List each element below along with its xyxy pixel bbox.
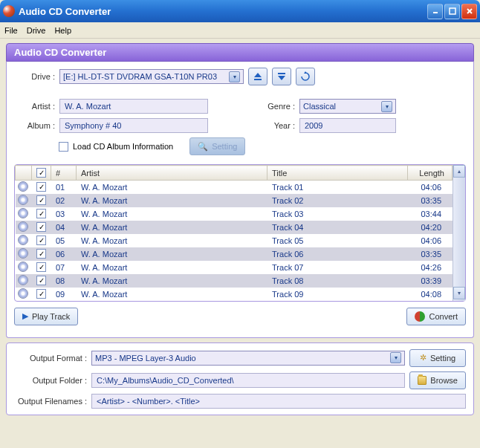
genre-label: Genre : (262, 102, 295, 111)
row-checkbox[interactable]: ✓ (36, 209, 46, 218)
table-row[interactable]: ✓07W. A. MozartTrack 0704:26 (16, 261, 453, 274)
col-num[interactable]: # (51, 166, 77, 181)
row-title: Track 03 (267, 207, 408, 221)
album-label: Album : (14, 121, 55, 130)
row-title: Track 02 (267, 194, 408, 207)
col-title[interactable]: Title (267, 166, 408, 181)
row-title: Track 06 (267, 247, 408, 261)
table-row[interactable]: ✓03W. A. MozartTrack 0303:44 (16, 207, 453, 221)
cd-icon (16, 221, 32, 234)
maximize-button[interactable] (444, 4, 460, 19)
album-field[interactable]: Symphony # 40 (59, 118, 208, 133)
album-setting-button[interactable]: 🔍 Setting (189, 137, 245, 155)
row-title: Track 01 (267, 181, 408, 194)
row-length: 04:26 (408, 261, 453, 274)
row-num: 08 (51, 274, 77, 288)
load-cd-label: Load CD Album Information (73, 142, 173, 151)
check-all[interactable]: ✓ (36, 168, 46, 178)
browse-button[interactable]: Browse (409, 371, 466, 389)
cd-icon (16, 247, 32, 261)
table-row[interactable]: ✓06W. A. MozartTrack 0603:35 (16, 247, 453, 261)
row-title: Track 05 (267, 234, 408, 247)
col-icon[interactable] (16, 166, 32, 181)
output-format-select[interactable]: MP3 - MPEG Layer-3 Audio ▾ (91, 351, 405, 366)
row-num: 02 (51, 194, 77, 207)
row-length: 04:20 (408, 221, 453, 234)
row-checkbox[interactable]: ✓ (36, 182, 46, 192)
artist-field[interactable]: W. A. Mozart (59, 99, 208, 114)
table-row[interactable]: ✓04W. A. MozartTrack 0404:20 (16, 221, 453, 234)
section-header: Audio CD Converter (6, 43, 474, 62)
chevron-down-icon: ▾ (381, 101, 392, 112)
output-setting-button[interactable]: ✲ Setting (409, 349, 466, 367)
play-track-button[interactable]: ▶ Play Track (14, 308, 78, 325)
row-checkbox[interactable]: ✓ (36, 249, 46, 259)
menu-file[interactable]: File (4, 26, 18, 35)
year-field[interactable]: 2009 (299, 118, 396, 133)
svg-rect-4 (254, 79, 262, 80)
output-folder-field[interactable]: C:\My_Albums\Audio_CD_Converted\ (91, 373, 405, 388)
chevron-down-icon: ▾ (229, 71, 240, 82)
output-format-value: MP3 - MPEG Layer-3 Audio (95, 354, 196, 363)
row-checkbox[interactable]: ✓ (36, 195, 46, 205)
col-check[interactable]: ✓ (32, 166, 51, 181)
row-checkbox[interactable]: ✓ (36, 236, 46, 245)
scroll-up-icon[interactable]: ▴ (453, 165, 465, 178)
menu-drive[interactable]: Drive (27, 26, 46, 35)
cd-icon (16, 234, 32, 247)
row-artist: W. A. Mozart (77, 194, 267, 207)
window-title: Audio CD Converter (19, 6, 427, 17)
minimize-button[interactable] (427, 4, 443, 19)
drive-label: Drive : (14, 72, 55, 81)
eject-button[interactable] (248, 68, 267, 85)
artist-label: Artist : (14, 102, 55, 111)
row-num: 07 (51, 261, 77, 274)
cd-icon (16, 261, 32, 274)
close-button[interactable] (461, 4, 477, 19)
table-row[interactable]: ✓01W. A. MozartTrack 0104:06 (16, 181, 453, 194)
row-checkbox[interactable]: ✓ (36, 276, 46, 285)
output-folder-label: Output Folder : (14, 376, 87, 385)
load-cd-checkbox[interactable] (59, 142, 68, 152)
row-length: 03:35 (408, 247, 453, 261)
convert-button[interactable]: Convert (406, 308, 466, 325)
output-filenames-field[interactable]: <Artist> - <Number>. <Title> (91, 394, 466, 409)
genre-select[interactable]: Classical ▾ (299, 99, 396, 114)
svg-rect-1 (450, 8, 455, 14)
row-artist: W. A. Mozart (77, 288, 267, 301)
row-checkbox[interactable]: ✓ (36, 289, 46, 299)
table-row[interactable]: ✓08W. A. MozartTrack 0803:39 (16, 274, 453, 288)
col-artist[interactable]: Artist (77, 166, 267, 181)
folder-icon (418, 376, 427, 385)
svg-rect-5 (278, 73, 285, 74)
col-length[interactable]: Length (408, 166, 453, 181)
scrollbar[interactable]: ▴ ▾ (453, 165, 465, 301)
table-row[interactable]: ✓05W. A. MozartTrack 0504:06 (16, 234, 453, 247)
row-length: 03:39 (408, 274, 453, 288)
titlebar: Audio CD Converter (0, 0, 480, 22)
menu-help[interactable]: Help (54, 26, 71, 35)
row-num: 03 (51, 207, 77, 221)
row-length: 04:06 (408, 234, 453, 247)
row-num: 05 (51, 234, 77, 247)
app-icon (3, 5, 15, 17)
row-checkbox[interactable]: ✓ (36, 222, 46, 232)
row-checkbox[interactable]: ✓ (36, 262, 46, 272)
track-grid: ✓ # Artist Title Length ✓01W. A. MozartT… (14, 164, 466, 302)
scroll-down-icon[interactable]: ▾ (453, 287, 465, 299)
row-length: 03:44 (408, 207, 453, 221)
drive-select[interactable]: [E:] HL-DT-ST DVDRAM GSA-T10N PR03 ▾ (59, 69, 244, 84)
cd-icon (16, 274, 32, 288)
row-num: 09 (51, 288, 77, 301)
row-title: Track 08 (267, 274, 408, 288)
cd-icon (16, 288, 32, 301)
table-row[interactable]: ✓09W. A. MozartTrack 0904:08 (16, 288, 453, 301)
table-row[interactable]: ✓02W. A. MozartTrack 0203:35 (16, 194, 453, 207)
row-length: 04:06 (408, 181, 453, 194)
refresh-button[interactable] (296, 68, 315, 85)
cd-icon (16, 181, 32, 194)
row-artist: W. A. Mozart (77, 207, 267, 221)
load-button[interactable] (272, 68, 291, 85)
year-label: Year : (262, 121, 295, 130)
output-filenames-label: Output Filenames : (14, 397, 87, 406)
